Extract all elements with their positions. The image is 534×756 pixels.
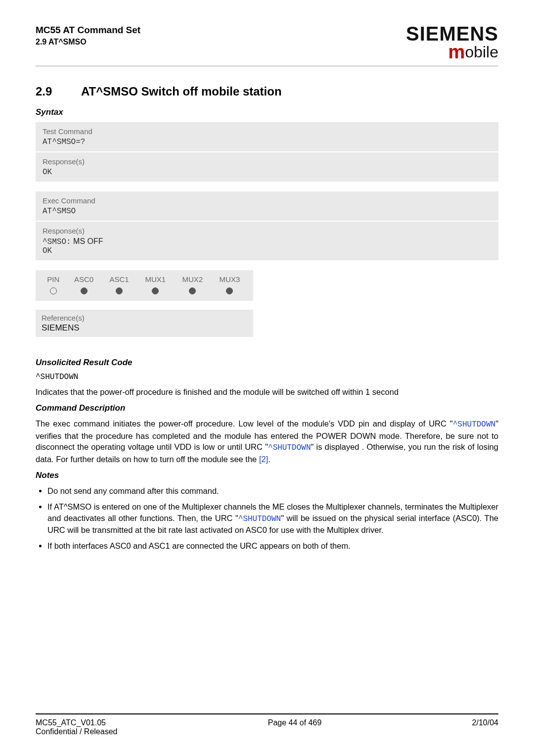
avail-head-asc1: ASC1 (101, 273, 137, 285)
note-3: If both interfaces ASC0 and ASC1 are con… (47, 540, 498, 551)
availability-box: PIN ASC0 ASC1 MUX1 MUX2 MUX3 (36, 270, 253, 301)
avail-head-pin: PIN (41, 273, 66, 285)
reference-value: SIEMENS (42, 323, 247, 333)
doc-title: MC55 AT Command Set (36, 24, 140, 37)
header-divider (36, 65, 498, 67)
doc-subtitle: 2.9 AT^SMSO (36, 37, 140, 47)
test-command-value: AT^SMSO=? (43, 138, 491, 146)
avail-head-mux2: MUX2 (174, 273, 211, 285)
cmd-desc-text-f: . (268, 455, 270, 464)
exec-command-label: Exec Command (43, 196, 491, 205)
cmd-desc-heading: Command Description (36, 403, 498, 413)
footer-version: MC55_ATC_V01.05 (36, 718, 117, 727)
test-command-box: Test Command AT^SMSO=? (36, 122, 498, 151)
avail-state-mux3 (226, 287, 233, 294)
brand-mobile-text: mobile (406, 43, 498, 61)
test-response-value: OK (43, 168, 491, 177)
test-command-label: Test Command (43, 127, 491, 136)
notes-list: Do not send any command after this comma… (36, 485, 498, 552)
footer-date: 2/10/04 (472, 718, 498, 736)
avail-head-mux1: MUX1 (137, 273, 174, 285)
exec-command-value: AT^SMSO (43, 207, 491, 216)
exec-response-suffix: MS OFF (71, 237, 103, 245)
note-2: If AT^SMSO is entered on one of the Mult… (47, 501, 498, 535)
avail-head-mux3: MUX3 (211, 273, 248, 285)
test-response-label: Response(s) (43, 157, 491, 166)
brand-logo: SIEMENS mobile (406, 24, 498, 61)
cmd-desc-paragraph: The exec command initiates the power-off… (36, 418, 498, 465)
section-number: 2.9 (36, 85, 81, 98)
avail-state-mux2 (189, 287, 196, 294)
test-response-box: Response(s) OK (36, 152, 498, 182)
reference-label: Reference(s) (42, 314, 247, 322)
section-title: AT^SMSO Switch off mobile station (81, 85, 282, 98)
note-1: Do not send any command after this comma… (47, 485, 498, 496)
page-footer: MC55_ATC_V01.05 Confidential / Released … (36, 713, 498, 736)
brand-siemens-text: SIEMENS (406, 24, 498, 44)
urc-code: ^SHUTDOWN (36, 373, 498, 381)
section-heading: 2.9AT^SMSO Switch off mobile station (36, 85, 498, 98)
availability-states (41, 285, 248, 298)
avail-state-asc1 (116, 287, 123, 294)
availability-headers: PIN ASC0 ASC1 MUX1 MUX2 MUX3 (41, 273, 248, 285)
cmd-desc-ref-link[interactable]: [2] (259, 455, 268, 464)
brand-mobile-rest: obile (465, 43, 498, 61)
note-2-shutdown[interactable]: ^SHUTDOWN (238, 515, 281, 523)
cmd-desc-shutdown-2[interactable]: ^SHUTDOWN (268, 443, 311, 452)
availability-table: PIN ASC0 ASC1 MUX1 MUX2 MUX3 (41, 273, 248, 298)
footer-confidential: Confidential / Released (36, 727, 117, 736)
exec-response-label: Response(s) (43, 227, 491, 235)
avail-state-pin (50, 287, 57, 294)
notes-heading: Notes (36, 471, 498, 480)
cmd-desc-text-a: The exec command initiates the power-off… (36, 419, 453, 428)
footer-page-number: Page 44 of 469 (117, 718, 472, 736)
avail-head-asc0: ASC0 (66, 273, 102, 285)
exec-response-box: Response(s) ^SMSO: MS OFF OK (36, 222, 498, 260)
brand-mobile-m: m (448, 42, 465, 62)
syntax-heading: Syntax (36, 107, 498, 117)
exec-command-box: Exec Command AT^SMSO (36, 191, 498, 221)
reference-box: Reference(s) SIEMENS (36, 310, 253, 337)
exec-response-prefix: ^SMSO: (43, 237, 71, 246)
exec-response-ok: OK (43, 246, 491, 255)
avail-state-asc0 (81, 287, 88, 294)
cmd-desc-shutdown-1[interactable]: ^SHUTDOWN (453, 420, 495, 429)
avail-state-mux1 (152, 287, 159, 294)
urc-text: Indicates that the power-off procedure i… (36, 386, 498, 397)
urc-heading: Unsolicited Result Code (36, 358, 498, 368)
